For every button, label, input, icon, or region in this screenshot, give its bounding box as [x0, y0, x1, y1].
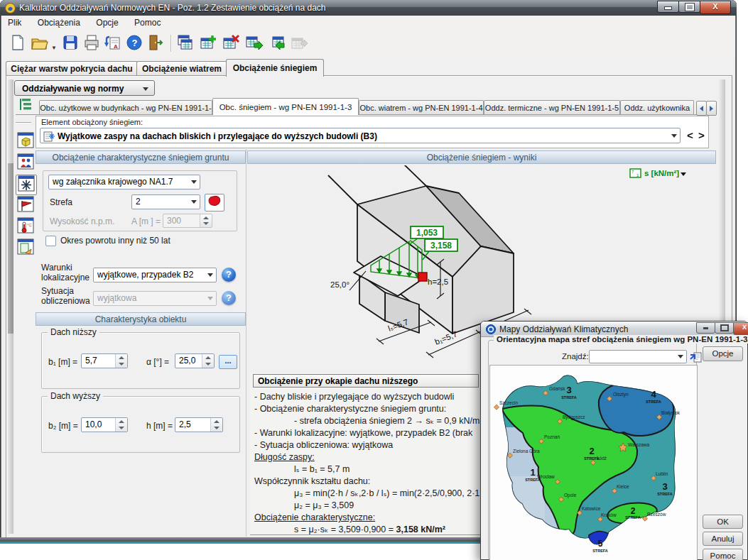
new-document-icon [9, 33, 27, 52]
exit-button[interactable] [146, 33, 166, 53]
options-button[interactable]: Opcje [703, 346, 743, 361]
previous-position-button[interactable] [267, 33, 287, 53]
city-label: Szczecin [499, 400, 518, 405]
copy-position-button[interactable] [176, 33, 196, 53]
ground-snow-header: Obciążenie charakterystyczne śniegiem gr… [36, 150, 246, 164]
chevron-down-icon [678, 355, 683, 358]
subtab-oddz-uzytkownika[interactable]: Oddz. użytkownika [620, 100, 694, 114]
subtab-scroll-right[interactable] [706, 101, 717, 116]
main-titlebar[interactable]: Kalkulator Oddziaływań Normowych EN - Po… [0, 0, 737, 16]
user-load-icon [17, 238, 34, 255]
maximize-button[interactable] [678, 1, 700, 13]
sidebar-item-user-load[interactable] [16, 238, 36, 258]
b1-label: b₁ [m] = [48, 357, 77, 367]
subtab-oddz-termiczne[interactable]: Oddz. termiczne - wg PN-EN 1991-1-5 [484, 100, 620, 114]
cancel-button[interactable]: Anuluj [703, 532, 743, 546]
return-period-checkbox[interactable] [45, 236, 56, 246]
altitude-field-label: A [m ] = [131, 216, 161, 226]
navigator-tree-icon[interactable] [18, 97, 33, 113]
loc-conditions-combo[interactable]: wyjątkowe, przypadek B2 [93, 268, 217, 282]
chevron-down-icon [671, 134, 677, 138]
poland-snow-map[interactable]: 3 STREFA 4 STREFA 2 STREFA 1 STREFA 3 ST… [492, 366, 693, 559]
sidebar-item-dead-load[interactable] [16, 132, 36, 151]
sidebar-scrollbar-thumb[interactable] [8, 163, 13, 334]
element-prev-button[interactable]: < [687, 129, 693, 141]
loc-help-button[interactable]: ? [222, 268, 236, 282]
zone-combo[interactable]: 2 [131, 194, 200, 209]
map-maximize-button[interactable] [715, 322, 734, 334]
new-document-button[interactable] [9, 33, 28, 53]
city-label: Warszawa [628, 442, 649, 447]
b2-input[interactable]: 10,0 [81, 417, 128, 432]
panel-splitter[interactable] [246, 149, 246, 537]
loc-conditions-value: wyjątkowe, przypadek B2 [97, 268, 203, 282]
next-position-button[interactable] [244, 33, 264, 53]
city-label: Olsztyn [613, 392, 629, 397]
city-label: Wrocław [537, 474, 555, 479]
annex-combo[interactable]: wg załącznika krajowego NA1.7 [48, 175, 200, 190]
element-next-button[interactable]: > [698, 129, 705, 141]
chevron-down-icon [191, 180, 197, 184]
element-label: Element obciążony śniegiem: [41, 118, 143, 126]
open-dropdown-arrow[interactable]: ▼ [51, 45, 57, 51]
svg-text:°C: °C [27, 223, 32, 227]
save-icon [61, 33, 80, 52]
situation-help-button[interactable]: ? [222, 291, 236, 305]
wind-load-icon [17, 196, 34, 212]
b1-input[interactable]: 5,7 [81, 353, 128, 368]
altitude-label: Wysokość n.p.m. [50, 216, 114, 226]
zone-map-button[interactable] [205, 194, 224, 212]
help-button[interactable]: ? [125, 33, 145, 53]
alpha-input[interactable]: 25,0 [175, 353, 215, 368]
chevron-down-icon [207, 297, 213, 300]
map-minimize-button[interactable] [696, 322, 715, 334]
menu-plik[interactable]: Plik [1, 16, 28, 30]
minimize-button[interactable] [657, 1, 679, 13]
export-report-button[interactable]: A [104, 33, 124, 53]
sidebar-item-snow-load[interactable] [16, 175, 37, 195]
help-icon: ? [125, 33, 143, 52]
h-input[interactable]: 2,5 [175, 417, 223, 432]
alpha-spinner[interactable] [202, 354, 214, 368]
calc-situation-label-1: Sytuacja [41, 286, 74, 296]
help-map-button[interactable]: Pomoc [703, 549, 743, 560]
subtab-obc-sniegiem[interactable]: Obc. śniegiem - wg PN-EN 1991-1-3 [212, 98, 359, 115]
h-dim-label: h=2,5 [428, 278, 448, 286]
tab-obciazenie-sniegiem[interactable]: Obciążenie śniegiem [226, 59, 324, 77]
tab-ciezar-warstw[interactable]: Ciężar warstw pokrycia dachu [6, 61, 138, 76]
subtab-obc-wiatrem[interactable]: Obc. wiatrem - wg PN-EN 1991-1-4 [359, 100, 484, 114]
add-position-button[interactable] [199, 33, 219, 53]
city-label: Poznań [544, 434, 560, 439]
print-button[interactable] [82, 33, 102, 53]
menu-opcje[interactable]: Opcje [90, 16, 124, 30]
menu-pomoc[interactable]: Pomoc [128, 16, 167, 30]
menu-obciazenia[interactable]: Obciążenia [31, 16, 87, 30]
find-combo[interactable] [589, 350, 687, 363]
h-value: 2,5 [179, 418, 210, 432]
b1-spinner[interactable] [115, 354, 127, 368]
svg-text:A: A [114, 43, 118, 50]
city-label: Kielce [617, 484, 629, 489]
h-spinner[interactable] [210, 418, 222, 432]
map-close-button[interactable]: X [733, 322, 748, 335]
sidebar-item-wind-load[interactable] [16, 196, 36, 215]
delete-position-button[interactable] [222, 33, 242, 53]
alpha-more-button[interactable]: ... [219, 355, 237, 369]
subtab-obc-uzytkowe[interactable]: Obc. użytkowe w budynkach - wg PN-EN 199… [39, 100, 212, 114]
ok-button[interactable]: OK [703, 515, 743, 529]
sidebar-item-imposed-load[interactable] [16, 153, 36, 172]
calc-situation-label-2: obliczeniowa [41, 296, 90, 306]
open-document-button[interactable]: ▼ [30, 33, 58, 53]
transfer-disabled-icon [290, 33, 308, 52]
subtab-scroll-left[interactable] [696, 101, 707, 116]
imposed-load-icon [17, 153, 34, 170]
tab-obciazenie-wiatrem[interactable]: Obciążenie wiatrem [136, 61, 227, 76]
find-location-icon[interactable] [690, 350, 703, 363]
element-combo[interactable]: Wyjątkowe zaspy na dachach bliskich i pr… [40, 128, 681, 143]
calc-situation-combo: wyjątkowa [93, 291, 217, 306]
close-button[interactable]: X [700, 1, 731, 14]
norm-selector[interactable]: Oddziaływanie wg normy [14, 80, 155, 96]
save-button[interactable] [61, 33, 81, 53]
b2-spinner[interactable] [115, 418, 127, 432]
sidebar-item-thermal-load[interactable]: °C [16, 217, 36, 236]
